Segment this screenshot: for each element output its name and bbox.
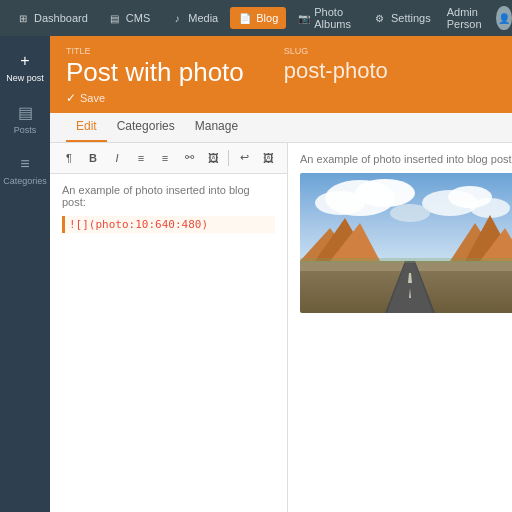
editor-note: An example of photo inserted into blog p… (62, 184, 275, 208)
post-slug: post-photo (284, 58, 496, 84)
tabs-bar: Edit Categories Manage (50, 113, 512, 143)
preview-image (300, 173, 512, 313)
toolbar-list-unordered[interactable]: ≡ (154, 147, 176, 169)
nav-label-dashboard: Dashboard (34, 12, 88, 24)
posts-icon: ▤ (18, 103, 33, 122)
save-button[interactable]: ✓ Save (66, 91, 244, 105)
check-icon: ✓ (66, 91, 76, 105)
tab-edit[interactable]: Edit (66, 112, 107, 142)
sidebar-item-label-new-post: New post (6, 73, 44, 83)
editor-text[interactable]: An example of photo inserted into blog p… (50, 174, 287, 512)
editor-right-pane: ⤢ An example of photo inserted into blog… (288, 143, 512, 512)
dashboard-icon: ⊞ (16, 11, 30, 25)
nav-label-cms: CMS (126, 12, 150, 24)
preview-note: An example of photo inserted into blog p… (300, 153, 512, 165)
blog-icon: 📄 (238, 11, 252, 25)
editor-toolbar: ¶ B I ≡ ≡ ⚯ 🖼 ↩ 🖼 (50, 143, 287, 174)
toolbar-paragraph[interactable]: ¶ (58, 147, 80, 169)
toolbar-separator (228, 150, 229, 166)
slug-label: SLUG (284, 46, 496, 56)
sidebar-item-label-categories: Categories (3, 176, 47, 186)
nav-label-blog: Blog (256, 12, 278, 24)
toolbar-bold[interactable]: B (82, 147, 104, 169)
sidebar-item-categories[interactable]: ≡ Categories (0, 147, 50, 194)
expand-button[interactable]: ⤢ (508, 149, 512, 167)
content-area: TITLE Post with photo ✓ Save SLUG post-p… (50, 36, 512, 512)
toolbar-photo[interactable]: 🖼 (257, 147, 279, 169)
cms-icon: ▤ (108, 11, 122, 25)
sidebar: + New post ▤ Posts ≡ Categories (0, 36, 50, 512)
sidebar-item-posts[interactable]: ▤ Posts (0, 95, 50, 143)
toolbar-list-ordered[interactable]: ≡ (130, 147, 152, 169)
editor-code: ![](photo:10:640:480) (62, 216, 275, 233)
toolbar-italic[interactable]: I (106, 147, 128, 169)
toolbar-link[interactable]: ⚯ (178, 147, 200, 169)
post-header: TITLE Post with photo ✓ Save SLUG post-p… (50, 36, 512, 113)
svg-point-7 (390, 204, 430, 222)
nav-item-blog[interactable]: 📄 Blog (230, 7, 286, 29)
sidebar-item-label-posts: Posts (14, 125, 37, 135)
admin-label: Admin Person (447, 6, 491, 30)
top-nav: ⊞ Dashboard ▤ CMS ♪ Media 📄 Blog 📷 Photo… (0, 0, 512, 36)
nav-item-cms[interactable]: ▤ CMS (100, 7, 158, 29)
tab-manage[interactable]: Manage (185, 112, 248, 142)
post-slug-section: SLUG post-photo (284, 46, 496, 84)
nav-item-media[interactable]: ♪ Media (162, 7, 226, 29)
editor-area: ¶ B I ≡ ≡ ⚯ 🖼 ↩ 🖼 An example of photo in… (50, 143, 512, 512)
save-label: Save (80, 92, 105, 104)
main-layout: + New post ▤ Posts ≡ Categories TITLE Po… (0, 36, 512, 512)
settings-icon: ⚙ (373, 11, 387, 25)
svg-rect-20 (300, 258, 512, 263)
media-icon: ♪ (170, 11, 184, 25)
nav-item-dashboard[interactable]: ⊞ Dashboard (8, 7, 96, 29)
editor-left-pane: ¶ B I ≡ ≡ ⚯ 🖼 ↩ 🖼 An example of photo in… (50, 143, 288, 512)
title-label: TITLE (66, 46, 244, 56)
avatar: 👤 (496, 6, 511, 30)
sidebar-item-new-post[interactable]: + New post (0, 44, 50, 91)
nav-item-photo-albums[interactable]: 📷 Photo Albums (290, 2, 361, 34)
admin-area[interactable]: Admin Person 👤 (447, 6, 512, 30)
nav-label-photo-albums: Photo Albums (314, 6, 353, 30)
nav-label-media: Media (188, 12, 218, 24)
post-title-section: TITLE Post with photo ✓ Save (66, 46, 244, 105)
tab-categories[interactable]: Categories (107, 112, 185, 142)
photo-albums-icon: 📷 (298, 11, 310, 25)
categories-icon: ≡ (20, 155, 29, 173)
svg-point-3 (315, 191, 365, 215)
post-title: Post with photo (66, 58, 244, 87)
toolbar-image[interactable]: 🖼 (202, 147, 224, 169)
new-post-icon: + (20, 52, 29, 70)
toolbar-undo[interactable]: ↩ (233, 147, 255, 169)
nav-label-settings: Settings (391, 12, 431, 24)
nav-item-settings[interactable]: ⚙ Settings (365, 7, 439, 29)
